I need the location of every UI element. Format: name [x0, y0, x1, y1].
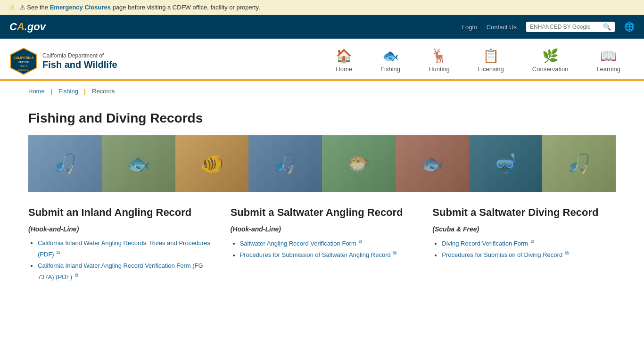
saltwater-card-title: Submit a Saltwater Angling Record	[231, 206, 414, 220]
saltwater-link-1[interactable]: Saltwater Angling Record Verification Fo…	[240, 240, 356, 247]
alert-link[interactable]: Emergency Closures	[50, 4, 111, 11]
svg-text:CALIFORNIA: CALIFORNIA	[13, 56, 33, 59]
list-item: California Inland Water Angling Record V…	[38, 260, 212, 283]
breadcrumb-fishing[interactable]: Fishing	[58, 88, 78, 95]
photo-7: 🤿	[469, 135, 543, 192]
list-item: Saltwater Angling Record Verification Fo…	[240, 238, 414, 249]
nav-item-hunting[interactable]: 🦌 Hunting	[414, 43, 464, 81]
photo-5: 🐡	[322, 135, 396, 192]
login-link[interactable]: Login	[462, 24, 477, 31]
hunting-icon: 🦌	[431, 48, 447, 64]
main-content: Fishing and Diving Records 🎣 🐟 🐠 🎣 🐡 🐟 🤿…	[0, 101, 644, 302]
diving-card-title: Submit a Saltwater Diving Record	[432, 206, 616, 220]
photo-4: 🎣	[248, 135, 322, 192]
nav-item-home[interactable]: 🏠 Home	[322, 43, 366, 81]
external-link-icon: ⧉	[75, 272, 78, 278]
diving-card-links: Diving Record Verification Form ⧉ Proced…	[432, 238, 616, 261]
alert-suffix: page before visiting a CDFW office, faci…	[113, 4, 260, 11]
external-link-icon: ⧉	[531, 239, 534, 244]
list-item: Diving Record Verification Form ⧉	[442, 238, 616, 249]
list-item: Procedures for Submission of Saltwater A…	[240, 249, 414, 261]
alert-icon: ⚠	[9, 4, 15, 11]
page-title: Fishing and Diving Records	[28, 111, 616, 126]
external-link-icon: ⧉	[57, 250, 60, 255]
top-nav-right: Login Contact Us 🔍 🌐	[462, 22, 635, 32]
cards-grid: Submit an Inland Angling Record (Hook-an…	[28, 206, 616, 283]
breadcrumb-sep-2: ❙	[83, 88, 87, 95]
svg-text:WILDLIFE: WILDLIFE	[18, 68, 29, 71]
saltwater-card: Submit a Saltwater Angling Record (Hook-…	[231, 206, 414, 283]
inland-card: Submit an Inland Angling Record (Hook-an…	[28, 206, 212, 283]
conservation-icon: 🌿	[542, 48, 559, 64]
breadcrumb-home[interactable]: Home	[28, 88, 45, 95]
inland-card-subtitle: (Hook-and-Line)	[28, 225, 212, 233]
external-link-icon: ⧉	[393, 250, 396, 255]
nav-label-licensing: Licensing	[478, 66, 504, 73]
site-header: CALIFORNIA DEPT OF FISH & WILDLIFE Calif…	[0, 39, 644, 81]
main-nav: 🏠 Home 🐟 Fishing 🦌 Hunting 📋 Licensing 🌿…	[322, 43, 635, 79]
diving-link-2[interactable]: Procedures for Submission of Diving Reco…	[442, 252, 562, 259]
inland-card-links: California Inland Water Angling Records:…	[28, 238, 212, 283]
external-link-icon: ⧉	[359, 239, 362, 244]
nav-label-conservation: Conservation	[532, 66, 569, 73]
alert-prefix: ⚠ See the	[20, 4, 48, 11]
nav-label-fishing: Fishing	[380, 66, 400, 73]
learning-icon: 📖	[600, 48, 617, 64]
top-nav: CA.gov Login Contact Us 🔍 🌐	[0, 15, 644, 39]
external-link-icon: ⧉	[565, 250, 569, 255]
nav-label-learning: Learning	[596, 66, 620, 73]
inland-link-1[interactable]: California Inland Water Angling Records:…	[38, 239, 210, 258]
nav-item-fishing[interactable]: 🐟 Fishing	[366, 43, 414, 81]
search-button[interactable]: 🔍	[603, 23, 611, 31]
saltwater-card-subtitle: (Hook-and-Line)	[231, 225, 414, 233]
nav-item-licensing[interactable]: 📋 Licensing	[464, 43, 518, 81]
site-logo: CALIFORNIA DEPT OF FISH & WILDLIFE Calif…	[9, 47, 117, 75]
contact-us-link[interactable]: Contact Us	[487, 24, 517, 31]
svg-text:DEPT OF: DEPT OF	[18, 61, 29, 64]
diving-link-1[interactable]: Diving Record Verification Form	[442, 240, 528, 247]
header-inner: CALIFORNIA DEPT OF FISH & WILDLIFE Calif…	[9, 43, 635, 79]
breadcrumb-current: Records	[92, 88, 115, 95]
diving-card-subtitle: (Scuba & Free)	[432, 225, 616, 233]
home-icon: 🏠	[336, 48, 352, 64]
nav-label-hunting: Hunting	[429, 66, 450, 73]
photo-8: 🎣	[542, 135, 616, 192]
nav-item-learning[interactable]: 📖 Learning	[582, 43, 635, 81]
photo-1: 🎣	[28, 135, 102, 192]
inland-card-title: Submit an Inland Angling Record	[28, 206, 212, 220]
logo-badge-icon: CALIFORNIA DEPT OF FISH & WILDLIFE	[9, 47, 38, 75]
nav-item-conservation[interactable]: 🌿 Conservation	[518, 43, 583, 81]
search-input[interactable]	[530, 24, 601, 30]
diving-card: Submit a Saltwater Diving Record (Scuba …	[432, 206, 616, 283]
alert-bar: ⚠ ⚠ See the Emergency Closures page befo…	[0, 0, 644, 15]
breadcrumb: Home ❙ Fishing ❙ Records	[0, 81, 644, 101]
inland-link-2[interactable]: California Inland Water Angling Record V…	[38, 262, 203, 281]
search-box: 🔍	[526, 22, 615, 32]
fishing-icon: 🐟	[382, 48, 399, 64]
logo-text: California Department of Fish and Wildli…	[42, 52, 117, 70]
dept-name: California Department of	[42, 52, 117, 59]
saltwater-card-links: Saltwater Angling Record Verification Fo…	[231, 238, 414, 261]
photo-2: 🐟	[102, 135, 175, 192]
nav-label-home: Home	[336, 66, 352, 73]
photo-6: 🐟	[396, 135, 469, 192]
breadcrumb-sep-1: ❙	[49, 88, 54, 95]
globe-icon[interactable]: 🌐	[624, 22, 635, 32]
saltwater-link-2[interactable]: Procedures for Submission of Saltwater A…	[240, 252, 391, 259]
ca-gov-logo: CA.gov	[9, 21, 46, 33]
list-item: California Inland Water Angling Records:…	[38, 238, 212, 260]
dept-main: Fish and Wildlife	[42, 59, 117, 70]
photo-3: 🐠	[175, 135, 249, 192]
svg-text:FISH &: FISH &	[20, 65, 28, 67]
list-item: Procedures for Submission of Diving Reco…	[442, 249, 616, 261]
licensing-icon: 📋	[483, 48, 499, 64]
photo-strip: 🎣 🐟 🐠 🎣 🐡 🐟 🤿 🎣	[28, 135, 616, 192]
